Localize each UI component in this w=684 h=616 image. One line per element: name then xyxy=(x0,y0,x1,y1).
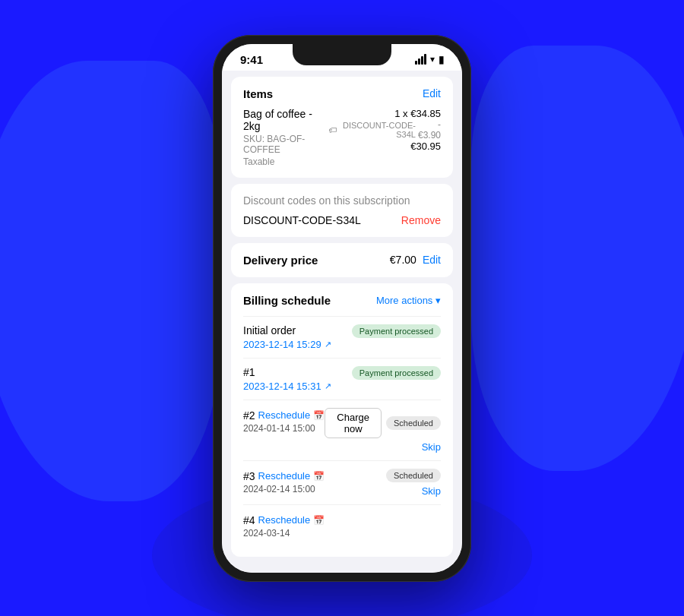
items-edit-link[interactable]: Edit xyxy=(423,87,441,100)
billing-item-3-label: #3 xyxy=(243,470,255,482)
phone-notch xyxy=(293,44,391,65)
billing-item-2-header: #2 Reschedule 📅 2024-01-14 15:00 Charge … xyxy=(243,408,441,453)
delivery-price-value: €7.00 xyxy=(390,254,416,266)
billing-item-initial-header: Initial order 2023-12-14 15:29 ↗ Payment… xyxy=(243,324,441,350)
bg-decoration-left xyxy=(0,61,220,501)
item-row: Bag of coffee - 2kg SKU: BAG-OF-COFFEE T… xyxy=(243,108,441,167)
badge-scheduled-3: Scheduled xyxy=(386,469,441,482)
billing-item-2: #2 Reschedule 📅 2024-01-14 15:00 Charge … xyxy=(243,400,441,460)
calendar-icon-3[interactable]: 📅 xyxy=(313,471,325,482)
skip-link-3[interactable]: Skip xyxy=(422,485,441,497)
charge-now-button[interactable]: Charge now xyxy=(325,408,382,438)
billing-item-2-date-text: 2024-01-14 15:00 xyxy=(243,423,325,434)
item-quantity-price: 1 x €34.85 xyxy=(328,108,441,119)
more-actions-button[interactable]: More actions ▾ xyxy=(376,295,441,306)
calendar-icon-2[interactable]: 📅 xyxy=(313,410,325,421)
delivery-card: Delivery price €7.00 Edit xyxy=(231,243,453,277)
delivery-price-edit: €7.00 Edit xyxy=(390,254,441,266)
item-taxable: Taxable xyxy=(243,156,328,167)
bg-decoration-right xyxy=(471,46,684,471)
billing-item-3: #3 Reschedule 📅 2024-02-14 15:00 Schedul… xyxy=(243,460,441,504)
billing-item-3-date-text: 2024-02-14 15:00 xyxy=(243,484,325,494)
reschedule-link-4[interactable]: Reschedule xyxy=(258,514,311,526)
billing-item-initial-date[interactable]: 2023-12-14 15:29 ↗ xyxy=(243,339,331,350)
billing-item-initial-label: Initial order xyxy=(243,324,331,336)
badge-payment-0: Payment processed xyxy=(352,324,441,338)
scene: 9:41 ▾ ▮ Items xyxy=(0,0,684,616)
scroll-content[interactable]: Items Edit Bag of coffee - 2kg SKU: BAG-… xyxy=(222,71,462,573)
item-sku: SKU: BAG-OF-COFFEE xyxy=(243,134,328,155)
item-final-price: €30.95 xyxy=(328,141,441,152)
calendar-icon-4[interactable]: 📅 xyxy=(313,515,325,526)
badge-payment-1: Payment processed xyxy=(352,366,441,380)
skip-link-2[interactable]: Skip xyxy=(422,441,441,453)
item-name: Bag of coffee - 2kg xyxy=(243,108,328,132)
reschedule-link-3[interactable]: Reschedule xyxy=(258,470,311,482)
billing-item-3-reschedule-row: #3 Reschedule 📅 xyxy=(243,470,325,482)
wifi-icon: ▾ xyxy=(430,54,435,65)
billing-item-2-actions: Charge now Scheduled Skip xyxy=(325,408,441,453)
billing-item-1-header: #1 2023-12-14 15:31 ↗ Payment processed xyxy=(243,366,441,392)
billing-item-1-label: #1 xyxy=(243,366,331,378)
billing-card: Billing schedule More actions ▾ Initial … xyxy=(231,283,453,557)
items-card: Items Edit Bag of coffee - 2kg SKU: BAG-… xyxy=(231,77,453,178)
billing-item-1: #1 2023-12-14 15:31 ↗ Payment processed xyxy=(243,358,441,400)
item-discount-code-small: DISCOUNT-CODE-S34L xyxy=(339,121,416,139)
billing-item-3-actions: Scheduled Skip xyxy=(386,469,441,497)
discount-row: DISCOUNT-CODE-S34L Remove xyxy=(243,214,441,226)
delivery-edit-link[interactable]: Edit xyxy=(423,254,441,266)
billing-header: Billing schedule More actions ▾ xyxy=(243,294,441,307)
billing-item-2-reschedule-row: #2 Reschedule 📅 xyxy=(243,409,325,422)
discount-code: DISCOUNT-CODE-S34L xyxy=(243,214,361,226)
item-prices: 1 x €34.85 🏷 DISCOUNT-CODE-S34L -€3.90 €… xyxy=(328,108,441,152)
billing-item-3-header: #3 Reschedule 📅 2024-02-14 15:00 Schedul… xyxy=(243,469,441,497)
billing-title: Billing schedule xyxy=(243,294,331,307)
delivery-label: Delivery price xyxy=(243,254,318,267)
items-header: Items Edit xyxy=(243,87,441,100)
external-link-icon-0: ↗ xyxy=(325,340,331,349)
remove-button[interactable]: Remove xyxy=(401,214,441,226)
item-discount-line: 🏷 DISCOUNT-CODE-S34L -€3.90 xyxy=(328,119,441,141)
billing-item-4-reschedule-row: #4 Reschedule 📅 xyxy=(243,514,325,526)
item-info: Bag of coffee - 2kg SKU: BAG-OF-COFFEE T… xyxy=(243,108,328,167)
status-icons: ▾ ▮ xyxy=(415,54,444,65)
item-discount-amount: -€3.90 xyxy=(418,119,441,141)
billing-item-1-date[interactable]: 2023-12-14 15:31 ↗ xyxy=(243,381,331,392)
status-time: 9:41 xyxy=(240,53,263,66)
battery-icon: ▮ xyxy=(439,54,444,65)
billing-item-4: #4 Reschedule 📅 2024-03-14 xyxy=(243,504,441,546)
external-link-icon-1: ↗ xyxy=(325,381,331,391)
phone-frame: 9:41 ▾ ▮ Items xyxy=(213,35,471,582)
delivery-row: Delivery price €7.00 Edit xyxy=(243,254,441,267)
billing-item-4-label: #4 xyxy=(243,514,255,526)
badge-scheduled-2: Scheduled xyxy=(386,416,441,430)
discount-card: Discount codes on this subscription DISC… xyxy=(231,184,453,237)
items-title: Items xyxy=(243,87,273,100)
reschedule-link-2[interactable]: Reschedule xyxy=(258,409,311,421)
billing-item-initial: Initial order 2023-12-14 15:29 ↗ Payment… xyxy=(243,316,441,358)
signal-icon xyxy=(415,54,426,65)
phone-screen: 9:41 ▾ ▮ Items xyxy=(222,44,462,573)
billing-item-2-label: #2 xyxy=(243,409,255,422)
discount-title: Discount codes on this subscription xyxy=(243,194,441,207)
billing-item-4-header: #4 Reschedule 📅 2024-03-14 xyxy=(243,513,441,539)
billing-item-4-date-text: 2024-03-14 xyxy=(243,528,325,539)
